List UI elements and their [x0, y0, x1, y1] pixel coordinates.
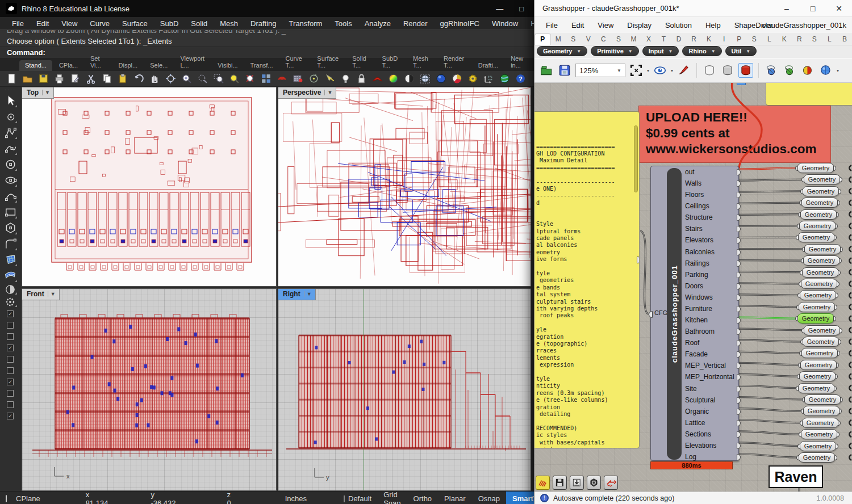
ball-blue-icon[interactable] [764, 63, 779, 78]
geometry-node[interactable]: Geometry [799, 290, 837, 300]
rhino-menu-ggrhinoifc[interactable]: ggRhinoIFC [434, 18, 486, 29]
node-output-nub[interactable] [837, 282, 840, 287]
status-toggle-ortho[interactable]: Ortho [407, 494, 438, 503]
node-input-nub[interactable] [797, 224, 800, 229]
component-output-nub[interactable] [737, 272, 741, 278]
gh-tab-14[interactable]: L [762, 35, 777, 45]
gh-menu-file[interactable]: File [539, 19, 565, 31]
geometry-node[interactable]: Geometry [803, 406, 840, 416]
geometry-node[interactable]: Geometry [801, 267, 839, 278]
node-input-nub[interactable] [795, 166, 798, 171]
viewport-perspective[interactable]: Perspective▼ [278, 87, 531, 287]
rhino-menu-file[interactable]: File [6, 18, 30, 29]
focus-extents-icon[interactable] [629, 63, 644, 78]
component-output-nub[interactable] [737, 192, 741, 198]
node-output-nub[interactable] [840, 247, 843, 252]
rhino-menu-drafting[interactable]: Drafting [244, 18, 283, 29]
arrows-red-icon[interactable] [604, 476, 618, 490]
save-icon[interactable] [36, 72, 51, 86]
component-output-nub[interactable] [737, 317, 741, 324]
gh-category-rhino[interactable]: Rhino▼ [682, 46, 721, 56]
component-output-nub[interactable] [737, 340, 741, 346]
help-icon[interactable]: ? [513, 72, 528, 86]
geometry-node[interactable]: Geometry [800, 209, 837, 220]
rhino-menu-subd[interactable]: SubD [154, 18, 185, 29]
gh-category-input[interactable]: Input▼ [642, 46, 679, 56]
pie-sphere-icon[interactable] [450, 72, 464, 86]
geometry-node[interactable]: Geometry [803, 325, 841, 335]
viewport-right-label[interactable]: Right▼ [278, 289, 316, 300]
status-toggle-grid-snap[interactable]: Grid Snap [377, 490, 407, 504]
node-input-nub[interactable] [799, 200, 802, 205]
geometry-node[interactable]: Geometry [799, 441, 837, 451]
component-output-nub[interactable] [737, 386, 741, 392]
gh-tab-13[interactable]: S [746, 35, 762, 45]
selection-filter-checkbox[interactable]: ✓ [7, 345, 14, 351]
gh-close-button[interactable]: ✕ [826, 0, 852, 17]
rhino-menu-solid[interactable]: Solid [185, 18, 214, 29]
status-cplane[interactable]: CPlane [10, 494, 46, 503]
selection-filter-checkbox[interactable] [7, 356, 14, 363]
geometry-node[interactable]: Geometry [804, 394, 841, 405]
node-output-nub[interactable] [838, 270, 841, 275]
component-output-nub[interactable] [737, 363, 741, 369]
gh-tab-11[interactable]: I [716, 35, 732, 45]
node-output-nub[interactable] [838, 421, 841, 426]
ball-green-icon[interactable] [782, 63, 797, 78]
dropdown-caret[interactable]: ▾ [671, 68, 673, 73]
gh-tab-18[interactable]: L [822, 35, 837, 45]
component-output-nub[interactable] [737, 169, 741, 175]
component-output-nub[interactable] [737, 180, 741, 187]
node-input-nub[interactable] [801, 328, 804, 333]
geometry-node[interactable]: Geometry [802, 337, 840, 347]
node-input-nub[interactable] [801, 258, 804, 263]
scribble-red-icon[interactable] [536, 476, 550, 490]
sphere-bw-icon[interactable] [402, 72, 416, 86]
node-output-nub[interactable] [834, 305, 837, 310]
gear-nut-icon[interactable] [587, 476, 601, 490]
status-toggle-planar[interactable]: Planar [438, 494, 472, 503]
mesh-sphere-icon[interactable] [418, 72, 432, 86]
control-point-curve-icon[interactable] [2, 124, 18, 140]
notification-icon[interactable] [6, 495, 7, 502]
rhino-menu-edit[interactable]: Edit [30, 18, 55, 29]
panel-output-nub[interactable] [637, 257, 640, 263]
selection-filter-checkbox[interactable] [7, 401, 14, 408]
undo-icon[interactable] [132, 72, 146, 86]
color-wheel-icon[interactable] [386, 72, 400, 86]
component-output-nub[interactable] [737, 295, 741, 301]
rhino-tab-rendert[interactable]: Render T... [438, 53, 471, 71]
rhino-tab-displ[interactable]: Displ... [113, 60, 144, 71]
gh-maximize-button[interactable]: □ [800, 0, 826, 17]
gh-minimize-button[interactable]: – [774, 0, 800, 17]
component-name-bar[interactable]: claudeGrasshopper_001 [667, 168, 682, 460]
circle-icon[interactable] [2, 156, 18, 172]
surface-patch-icon[interactable] [2, 251, 18, 267]
rhino-maximize-button[interactable]: □ [519, 5, 524, 13]
ellipse-icon[interactable] [2, 172, 18, 188]
gh-tab-params[interactable]: P [534, 33, 551, 45]
rhino-tab-solidt[interactable]: Solid T... [346, 53, 375, 71]
selection-filter-checkbox[interactable] [7, 390, 14, 397]
node-input-nub[interactable] [797, 374, 800, 379]
node-output-nub[interactable] [837, 351, 840, 356]
viewport-front[interactable]: Front▼ x [22, 288, 277, 491]
select-arrow-icon[interactable] [2, 93, 18, 108]
ball-redyellow-icon[interactable] [800, 63, 815, 78]
node-output-nub[interactable] [833, 166, 836, 171]
component-output-nub[interactable] [737, 261, 741, 267]
viewport-top-label[interactable]: Top▼ [22, 87, 54, 99]
rhino-tab-sele[interactable]: Sele... [144, 60, 173, 71]
node-output-nub[interactable] [836, 363, 839, 368]
zoom-plus-icon[interactable] [179, 72, 194, 86]
point-icon[interactable] [2, 108, 18, 124]
geometry-node[interactable]: Geometry [799, 371, 836, 381]
rhino-tab-setvi[interactable]: Set Vi... [85, 53, 112, 71]
gh-tab-6[interactable]: X [641, 35, 657, 45]
rhino-tab-transf[interactable]: Transf... [245, 60, 279, 71]
node-input-nub[interactable] [797, 293, 800, 298]
rhino-tab-newin[interactable]: New in... [505, 53, 534, 71]
gh-tab-8[interactable]: D [671, 35, 687, 45]
rhino-tab-drafti[interactable]: Drafti... [473, 60, 504, 71]
geometry-node[interactable]: Geometry [797, 163, 834, 173]
